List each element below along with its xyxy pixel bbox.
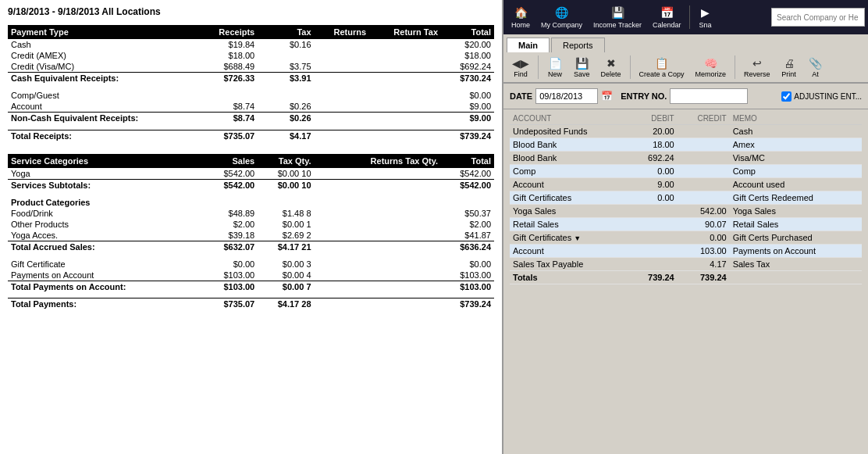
product-cat-header: Product Categories xyxy=(8,197,494,208)
table-row: Credit (AMEX) $18.00 $18.00 xyxy=(8,50,494,61)
col-returns: Returns xyxy=(315,25,370,39)
cash-equiv-row: Cash Equivalent Receipts: $726.33 $3.91 … xyxy=(8,73,494,84)
table-row: Blood Bank18.00Amex xyxy=(510,138,862,152)
nav-bar: 🏠 Home 🌐 My Company 💾 Income Tracker 📅 C… xyxy=(503,0,868,34)
table-row: Yoga $542.00 $0.00 10 $542.00 xyxy=(8,168,494,180)
table-row: Sales Tax Payable4.17Sales Tax xyxy=(510,258,862,271)
adjusting-entry-field: ADJUSTING ENT... xyxy=(781,91,862,102)
col-tax: Tax xyxy=(258,25,314,39)
find-icon: ◀▶ xyxy=(512,57,529,70)
adjusting-checkbox[interactable] xyxy=(781,91,792,102)
total-receipts-row: Total Receipts: $735.07 $4.17 $739.24 xyxy=(8,130,494,141)
table-row: Gift Certificates ▼0.00Gift Certs Purcha… xyxy=(510,231,862,245)
sna-icon: ▶ xyxy=(698,5,713,20)
home-icon: 🏠 xyxy=(513,5,528,20)
table-row: Comp0.00Comp xyxy=(510,165,862,178)
delete-icon: ✖ xyxy=(607,57,616,70)
nav-home[interactable]: 🏠 Home xyxy=(507,4,535,30)
search-input[interactable] xyxy=(771,8,865,27)
journal-table: ACCOUNT DEBIT CREDIT MEMO Undeposited Fu… xyxy=(510,113,862,284)
company-icon: 🌐 xyxy=(554,5,570,20)
toolbar-sep-2 xyxy=(630,55,631,79)
total-accrued-row: Total Accrued Sales: $632.07 $4.17 21 $6… xyxy=(8,241,494,252)
toolbar: ◀▶ Find 📄 New 💾 Save ✖ Delete 📋 Create a… xyxy=(503,52,868,84)
table-row: Account103.00Payments on Account xyxy=(510,245,862,258)
table-row: Food/Drink $48.89 $1.48 8 $50.37 xyxy=(8,208,494,219)
nav-separator xyxy=(689,5,690,29)
save-button[interactable]: 💾 Save xyxy=(570,55,594,80)
tab-reports[interactable]: Reports xyxy=(551,38,605,52)
date-field: DATE 📅 xyxy=(510,88,613,104)
calendar-picker-icon[interactable]: 📅 xyxy=(601,91,613,102)
col-receipts: Receipts xyxy=(198,25,258,39)
table-row: Cash $19.84 $0.16 $20.00 xyxy=(8,39,494,50)
nav-calendar[interactable]: 📅 Calendar xyxy=(648,4,686,30)
total-payments-row: Total Payments: $735.07 $4.17 28 $739.24 xyxy=(8,298,494,310)
table-row: Account9.00Account used xyxy=(510,178,862,191)
memorize-icon: 🧠 xyxy=(704,57,717,70)
copy-icon: 📋 xyxy=(655,57,668,70)
entry-input[interactable] xyxy=(670,88,748,104)
col-payment-type: Payment Type xyxy=(8,25,198,39)
col-return-tax: Return Tax xyxy=(369,25,441,39)
nav-sna[interactable]: ▶ Sna xyxy=(693,4,718,30)
at-button[interactable]: 📎 At xyxy=(804,55,827,80)
journal-area: ACCOUNT DEBIT CREDIT MEMO Undeposited Fu… xyxy=(503,109,868,454)
service-cat-header: Service Categories Sales Tax Qty. Return… xyxy=(8,154,494,168)
table-row: Gift Certificates0.00Gift Certs Redeemed xyxy=(510,191,862,205)
col-total: Total xyxy=(441,25,494,39)
reverse-button[interactable]: ↩ Reverse xyxy=(740,55,774,80)
date-input[interactable] xyxy=(535,88,598,104)
table-row: Undeposited Funds20.00Cash xyxy=(510,125,862,138)
right-panel: 🏠 Home 🌐 My Company 💾 Income Tracker 📅 C… xyxy=(503,0,868,454)
left-panel: 9/18/2013 - 9/18/2013 All Locations Paym… xyxy=(0,0,503,454)
table-row: Blood Bank692.24Visa/MC xyxy=(510,152,862,165)
table-row: Yoga Acces. $39.18 $2.69 2 $41.87 xyxy=(8,230,494,241)
service-subtotals-row: Services Subtotals: $542.00 $0.00 10 $54… xyxy=(8,179,494,191)
journal-header: ACCOUNT DEBIT CREDIT MEMO xyxy=(510,113,862,125)
find-button[interactable]: ◀▶ Find xyxy=(508,55,533,80)
create-copy-button[interactable]: 📋 Create a Copy xyxy=(635,55,688,80)
table-row: Retail Sales90.07Retail Sales xyxy=(510,218,862,231)
entry-label: ENTRY NO. xyxy=(621,91,667,101)
table-row: Credit (Visa/MC) $688.49 $3.75 $692.24 xyxy=(8,61,494,73)
entry-no-field: ENTRY NO. xyxy=(621,88,748,104)
report-title: 9/18/2013 - 9/18/2013 All Locations xyxy=(8,6,494,17)
total-payments-on-account-row: Total Payments on Account: $103.00 $0.00… xyxy=(8,281,494,292)
table-row: Yoga Sales542.00Yoga Sales xyxy=(510,205,862,218)
new-icon: 📄 xyxy=(549,57,562,70)
at-icon: 📎 xyxy=(809,57,822,70)
payment-type-table: Payment Type Receipts Tax Returns Return… xyxy=(8,25,494,309)
nav-my-company[interactable]: 🌐 My Company xyxy=(536,4,587,30)
toolbar-sep-1 xyxy=(538,55,539,79)
table-row: Account $8.74 $0.26 $9.00 xyxy=(8,101,494,113)
date-label: DATE xyxy=(510,91,532,101)
table-row: Payments on Account $103.00 $0.00 4 $103… xyxy=(8,270,494,281)
tab-bar: Main Reports xyxy=(503,34,868,52)
nav-income-tracker[interactable]: 💾 Income Tracker xyxy=(589,4,646,30)
table-row: Other Products $2.00 $0.00 1 $2.00 xyxy=(8,219,494,230)
reverse-icon: ↩ xyxy=(752,57,762,70)
totals-row: Totals 739.24 739.24 xyxy=(510,271,862,284)
non-cash-row: Non-Cash Equivalent Receipts: $8.74 $0.2… xyxy=(8,113,494,124)
print-button[interactable]: 🖨 Print xyxy=(777,55,801,80)
calendar-icon: 📅 xyxy=(659,5,674,20)
new-button[interactable]: 📄 New xyxy=(543,55,567,80)
save-icon: 💾 xyxy=(575,57,589,70)
income-icon: 💾 xyxy=(610,5,625,20)
adjusting-label: ADJUSTING ENT... xyxy=(794,92,862,101)
memorize-button[interactable]: 🧠 Memorize xyxy=(692,55,731,80)
delete-button[interactable]: ✖ Delete xyxy=(597,55,625,80)
col-debit: DEBIT xyxy=(629,113,678,125)
print-icon: 🖨 xyxy=(784,57,795,70)
table-row: Gift Certificate $0.00 $0.00 3 $0.00 xyxy=(8,259,494,270)
col-memo: MEMO xyxy=(730,113,862,125)
tab-main[interactable]: Main xyxy=(507,38,550,52)
table-row: Comp/Guest $0.00 xyxy=(8,90,494,101)
col-credit: CREDIT xyxy=(678,113,730,125)
form-area: DATE 📅 ENTRY NO. ADJUSTING ENT... xyxy=(503,84,868,109)
col-account: ACCOUNT xyxy=(510,113,629,125)
toolbar-sep-3 xyxy=(735,55,735,79)
